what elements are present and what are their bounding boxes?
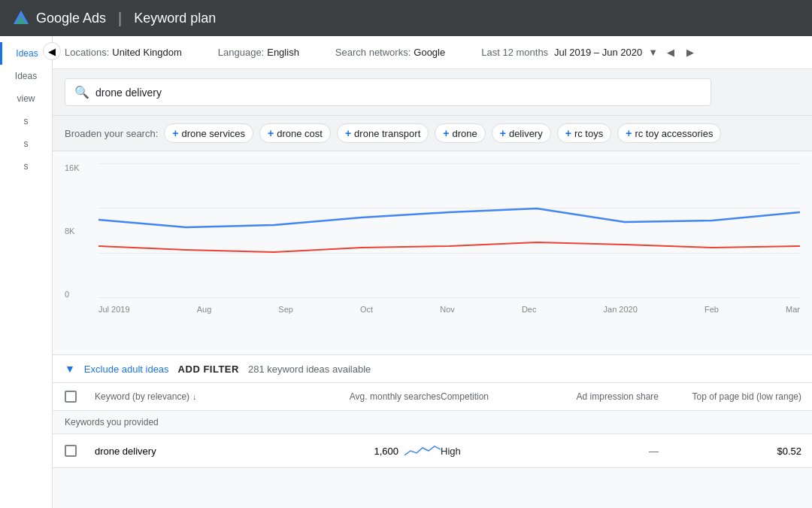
filter-count: 281 keyword ideas available xyxy=(248,364,371,375)
plus-icon: + xyxy=(345,127,351,139)
sidebar-item-view[interactable]: view xyxy=(0,87,52,110)
header-keyword-col: Keyword (by relevance) ↓ xyxy=(95,391,305,402)
date-next-button[interactable]: ▶ xyxy=(683,44,697,61)
plus-icon: + xyxy=(443,127,449,139)
row-top-bid-low-value: $0.52 xyxy=(777,446,801,457)
x-label-oct: Oct xyxy=(360,305,373,329)
network-value: Google xyxy=(414,47,445,58)
search-section: 🔍 xyxy=(53,69,812,116)
sidebar-item-ideas[interactable]: Ideas xyxy=(0,65,52,87)
table-section: Keyword (by relevance) ↓ Avg. monthly se… xyxy=(53,383,812,468)
main-content: 🔍 Broaden your search: + drone services … xyxy=(53,69,812,508)
header-top-bid-low-label: Top of page bid (low range) xyxy=(692,391,801,402)
header-checkbox-col xyxy=(65,391,95,403)
filter-bar: ▼ Exclude adult ideas ADD FILTER 281 key… xyxy=(53,354,812,383)
sidebar-item-s3[interactable]: s xyxy=(0,155,52,178)
plus-icon: + xyxy=(565,127,571,139)
sidebar-item-label: Ideas xyxy=(15,71,37,81)
plus-icon: + xyxy=(172,127,178,139)
broaden-chip-rc-toys[interactable]: + rc toys xyxy=(557,123,611,143)
exclude-adult-link[interactable]: Exclude adult ideas xyxy=(84,364,169,375)
sidebar-item-label: Ideas xyxy=(16,48,38,59)
x-label-aug: Aug xyxy=(197,305,212,329)
topbar: Locations: United Kingdom Language: Engl… xyxy=(53,36,812,69)
broaden-chip-drone-services[interactable]: + drone services xyxy=(164,123,253,143)
logo: Google Ads xyxy=(12,9,106,27)
x-label-mar: Mar xyxy=(786,305,800,329)
group-label: Keywords you provided xyxy=(65,417,159,427)
search-input[interactable] xyxy=(95,87,701,99)
chart-container: 16K 8K 0 xyxy=(65,163,800,329)
date-prev-button[interactable]: ◀ xyxy=(664,44,677,61)
row-competition-col: High xyxy=(441,446,538,457)
chart-y-labels: 16K 8K 0 xyxy=(65,163,98,299)
broaden-chip-label: delivery xyxy=(509,128,543,139)
row-competition-value: High xyxy=(441,446,461,457)
sort-icon[interactable]: ↓ xyxy=(192,392,197,401)
broaden-chip-label: rc toy accessories xyxy=(635,128,713,139)
row-impression-value: — xyxy=(649,446,659,457)
row-impression-col: — xyxy=(538,446,659,457)
x-label-feb: Feb xyxy=(704,305,719,329)
chart-svg xyxy=(98,163,800,299)
row-checkbox[interactable] xyxy=(65,445,77,457)
row-top-bid-low-col: $0.52 xyxy=(659,446,801,457)
broaden-chip-drone-cost[interactable]: + drone cost xyxy=(259,123,331,143)
dropdown-arrow-icon: ▼ xyxy=(648,47,658,58)
network-label: Search networks: xyxy=(335,47,411,58)
x-label-sep: Sep xyxy=(278,305,293,329)
broaden-chip-drone[interactable]: + drone xyxy=(435,123,485,143)
add-filter-button[interactable]: ADD FILTER xyxy=(178,364,239,375)
mini-trend-chart xyxy=(404,442,441,460)
header-top-bid-low-col: Top of page bid (low range) xyxy=(659,391,801,402)
header-checkbox[interactable] xyxy=(65,391,77,403)
filter-icon: ▼ xyxy=(65,363,75,375)
app-name: Google Ads xyxy=(36,11,106,26)
x-label-jul: Jul 2019 xyxy=(98,305,130,329)
table-group-header: Keywords you provided xyxy=(53,411,812,434)
google-ads-logo-icon xyxy=(12,9,30,27)
table-row: drone delivery 1,600 High — xyxy=(53,434,812,468)
broaden-label: Broaden your search: xyxy=(65,128,158,139)
x-label-jan: Jan 2020 xyxy=(604,305,638,329)
header-keyword-label: Keyword (by relevance) xyxy=(95,391,189,402)
language-value: English xyxy=(267,47,299,58)
location-selector[interactable]: Locations: United Kingdom xyxy=(65,47,182,58)
header-competition-col: Competition xyxy=(441,391,538,402)
header-avg-monthly-col: Avg. monthly searches xyxy=(305,391,441,402)
header-competition-label: Competition xyxy=(441,391,489,402)
chart-section: 16K 8K 0 xyxy=(53,151,812,354)
table-header: Keyword (by relevance) ↓ Avg. monthly se… xyxy=(53,383,812,411)
red-trend-line xyxy=(98,242,800,252)
broaden-chip-label: drone xyxy=(452,128,477,139)
location-label: Locations: xyxy=(65,47,109,58)
app-header: Google Ads | Keyword plan xyxy=(0,0,812,36)
network-selector[interactable]: Search networks: Google xyxy=(335,47,445,58)
location-value: United Kingdom xyxy=(112,47,182,58)
language-selector[interactable]: Language: English xyxy=(218,47,299,58)
y-label-8k: 8K xyxy=(65,227,92,236)
broaden-chip-rc-toy-accessories[interactable]: + rc toy accessories xyxy=(617,123,721,143)
broaden-section: Broaden your search: + drone services + … xyxy=(53,116,812,151)
broaden-chip-label: rc toys xyxy=(574,128,603,139)
chart-x-labels: Jul 2019 Aug Sep Oct Nov Dec Jan 2020 Fe… xyxy=(98,305,800,329)
x-label-nov: Nov xyxy=(440,305,455,329)
y-label-0: 0 xyxy=(65,290,92,299)
sidebar-item-s1[interactable]: s xyxy=(0,110,52,132)
main-layout: ◀ Ideas Ideas view s s s Locations: Unit… xyxy=(0,36,812,508)
row-checkbox-col xyxy=(65,445,95,457)
broaden-chip-label: drone services xyxy=(181,128,245,139)
broaden-chip-drone-transport[interactable]: + drone transport xyxy=(337,123,429,143)
date-range-label: Last 12 months xyxy=(481,47,548,58)
sidebar-collapse-button[interactable]: ◀ xyxy=(43,42,61,60)
date-range-selector[interactable]: Last 12 months Jul 2019 – Jun 2020 ▼ ◀ ▶ xyxy=(481,44,697,61)
right-panel: Locations: United Kingdom Language: Engl… xyxy=(53,36,812,508)
row-keyword-col: drone delivery xyxy=(95,446,305,457)
chevron-left-icon: ◀ xyxy=(48,46,56,57)
header-impression-col: Ad impression share xyxy=(538,391,659,402)
broaden-chip-delivery[interactable]: + delivery xyxy=(492,123,551,143)
broaden-chip-label: drone transport xyxy=(354,128,420,139)
row-avg-monthly-value: 1,600 xyxy=(374,446,398,457)
plus-icon: + xyxy=(268,127,274,139)
sidebar-item-s2[interactable]: s xyxy=(0,132,52,155)
